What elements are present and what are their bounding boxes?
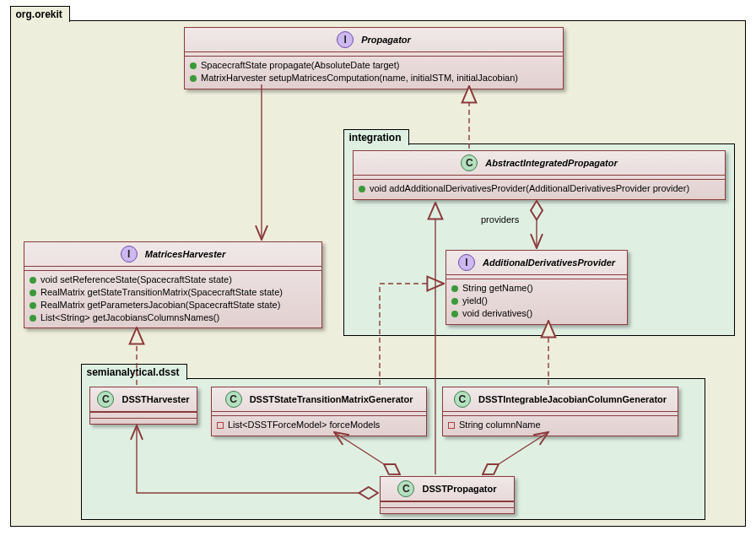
package-tab-org-orekit: org.orekit	[10, 6, 70, 22]
class-matrices-harvester: I MatricesHarvester void setReferenceSta…	[24, 241, 322, 328]
package-tab-integration: integration	[343, 129, 409, 145]
op: RealMatrix getStateTransitionMatrix(Spac…	[30, 286, 316, 299]
op: void setReferenceState(SpacecraftState s…	[30, 273, 316, 286]
relation-label-providers: providers	[481, 214, 519, 225]
class-name: AbstractIntegratedPropagator	[485, 158, 617, 168]
class-dsst-propagator: C DSSTPropagator	[380, 476, 515, 514]
class-badge-icon: C	[397, 480, 414, 497]
package-tab-dsst: semianalytical.dsst	[81, 364, 187, 380]
class-name: MatricesHarvester	[145, 249, 225, 259]
class-additional-derivatives-provider: I AdditionalDerivativesProvider String g…	[446, 250, 628, 325]
op: MatrixHarvester setupMatricesComputation…	[190, 72, 558, 84]
diagram-canvas: org.orekit integration semianalytical.ds…	[0, 0, 756, 536]
package-label: org.orekit	[16, 8, 62, 20]
op: List<String> getJacobiansColumnsNames()	[30, 311, 316, 324]
op: yield()	[451, 295, 622, 307]
class-name: DSSTStateTransitionMatrixGenerator	[250, 394, 413, 404]
attr: List<DSSTForceModel> forceModels	[217, 419, 421, 431]
interface-badge-icon: I	[458, 254, 475, 271]
class-badge-icon: C	[461, 154, 478, 171]
class-name: DSSTHarvester	[122, 394, 189, 404]
class-badge-icon: C	[97, 391, 114, 408]
class-badge-icon: C	[454, 391, 471, 408]
class-name: DSSTIntegrableJacobianColumnGenerator	[478, 394, 667, 404]
op: SpacecraftState propagate(AbsoluteDate t…	[190, 59, 558, 72]
interface-badge-icon: I	[121, 246, 138, 263]
class-abstract-integrated-propagator: C AbstractIntegratedPropagator void addA…	[353, 150, 726, 200]
class-dsst-harvester: C DSSTHarvester	[89, 387, 197, 425]
op: String getName()	[451, 282, 622, 295]
class-propagator: I Propagator SpacecraftState propagate(A…	[184, 27, 564, 89]
op: RealMatrix getParametersJacobian(Spacecr…	[30, 299, 316, 311]
package-label: semianalytical.dsst	[87, 366, 180, 378]
class-badge-icon: C	[225, 391, 242, 408]
class-name: DSSTPropagator	[423, 484, 497, 494]
package-label: integration	[349, 132, 402, 143]
class-name: AdditionalDerivativesProvider	[483, 257, 615, 268]
class-name: Propagator	[361, 35, 411, 45]
class-dsst-stm-generator: C DSSTStateTransitionMatrixGenerator Lis…	[211, 387, 427, 436]
attr: String columnName	[448, 419, 672, 431]
op: void addAdditionalDerivativesProvider(Ad…	[359, 182, 720, 195]
class-dsst-jacobian-generator: C DSSTIntegrableJacobianColumnGenerator …	[442, 387, 678, 436]
interface-badge-icon: I	[337, 31, 354, 48]
op: void derivatives()	[451, 307, 622, 320]
